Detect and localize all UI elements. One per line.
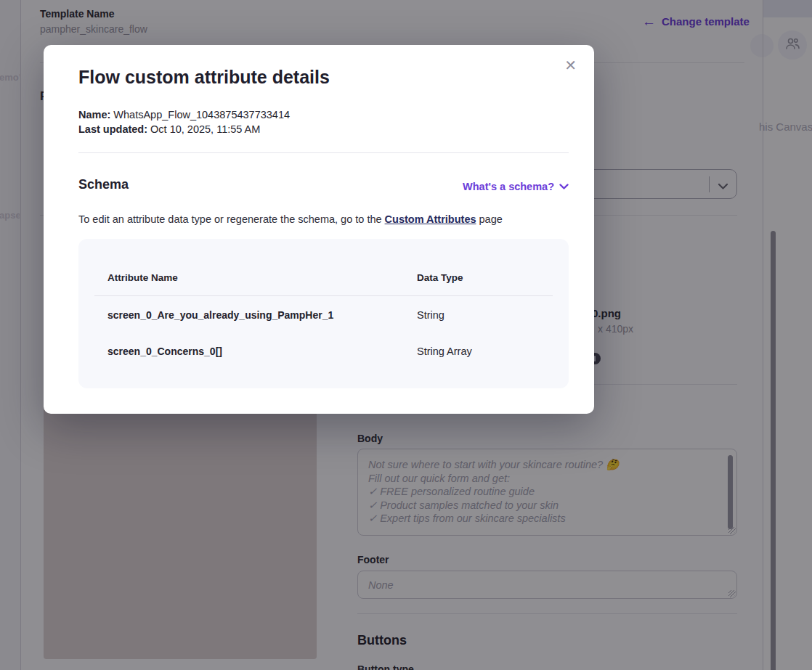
column-header-attribute-name: Attribute Name <box>107 272 178 283</box>
table-header-divider <box>94 295 553 296</box>
attribute-name-cell: screen_0_Concerns_0[] <box>107 346 222 357</box>
whats-a-schema-label: What's a schema? <box>463 181 554 192</box>
last-updated-label: Last updated: <box>78 123 147 135</box>
description-prefix: To edit an attribute data type or regene… <box>78 213 385 225</box>
whats-a-schema-toggle[interactable]: What's a schema? <box>463 180 569 193</box>
data-type-cell: String <box>417 309 444 321</box>
column-header-data-type: Data Type <box>417 272 463 283</box>
chevron-down-icon <box>559 180 569 193</box>
last-updated-row: Last updated: Oct 10, 2025, 11:55 AM <box>78 123 260 135</box>
close-icon[interactable]: ✕ <box>564 58 577 73</box>
modal-title: Flow custom attribute details <box>78 67 330 88</box>
attribute-name-cell: screen_0_Are_you_already_using_PampHer_1 <box>107 309 333 321</box>
flow-attribute-details-modal: ✕ Flow custom attribute details Name: Wh… <box>44 45 594 414</box>
attributes-table: Attribute Name Data Type screen_0_Are_yo… <box>78 239 569 388</box>
flow-name-label: Name: <box>78 109 110 120</box>
flow-name-row: Name: WhatsApp_Flow_1043875437733414 <box>78 109 290 120</box>
schema-heading: Schema <box>78 177 129 192</box>
flow-name-value: WhatsApp_Flow_1043875437733414 <box>113 109 290 120</box>
schema-description: To edit an attribute data type or regene… <box>78 213 503 225</box>
data-type-cell: String Array <box>417 346 472 357</box>
description-suffix: page <box>476 213 503 225</box>
custom-attributes-link[interactable]: Custom Attributes <box>385 213 476 225</box>
app-window: emo' apse Template Name pampher_skincare… <box>0 0 812 670</box>
last-updated-value: Oct 10, 2025, 11:55 AM <box>150 123 260 135</box>
modal-divider <box>78 152 569 153</box>
